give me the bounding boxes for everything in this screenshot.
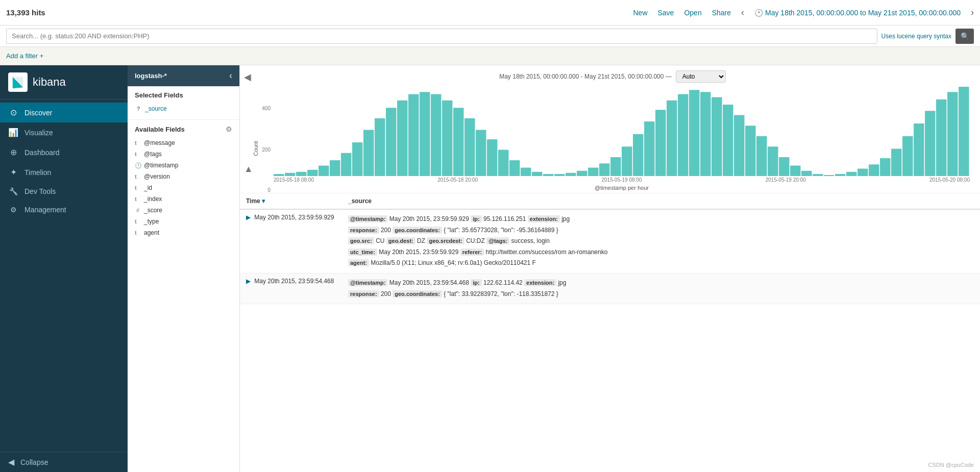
collapse-chart-btn[interactable]: ◀ [244,71,251,83]
field-clock-icon: 🕐 [135,162,141,169]
svg-rect-45 [723,105,733,176]
share-button[interactable]: Share [712,9,731,17]
field-name-type: _type [144,218,159,225]
lucene-hint[interactable]: Uses lucene query syntax [881,33,951,40]
field-id[interactable]: t _id [135,182,232,193]
row-toggle-1[interactable]: ▶ [246,214,251,221]
selected-field-source[interactable]: ? _source [135,103,232,114]
x-label-3: 2015-05-19 08:00 [602,177,642,183]
timelion-icon: ✦ [8,167,18,177]
top-nav-actions: New Save Open Share ‹ 🕐 May 18th 2015, 0… [633,7,974,18]
svg-rect-62 [914,123,924,176]
svg-rect-12 [352,142,363,176]
discover-icon: ⊙ [8,108,18,117]
index-pattern-header: logstash-* ‹ [128,65,239,86]
svg-rect-7 [296,172,307,176]
time-range-display: 🕐 May 18th 2015, 00:00:00.000 to May 21s… [754,9,961,17]
interval-select[interactable]: Auto Millisecond Second Minute Hour Day [676,70,726,83]
available-fields-title: Available Fields [135,126,185,133]
sidebar-item-management[interactable]: ⚙ Management [0,201,128,219]
svg-rect-28 [532,172,543,176]
svg-rect-52 [801,171,812,176]
svg-rect-18 [420,92,430,176]
svg-rect-48 [756,136,767,176]
field-type[interactable]: t _type [135,216,232,227]
svg-rect-57 [857,169,868,176]
sidebar-item-devtools[interactable]: 🔧 Dev Tools [0,182,128,201]
svg-rect-27 [521,168,531,176]
svg-rect-14 [375,118,385,176]
svg-rect-32 [577,171,587,176]
svg-rect-60 [891,148,902,176]
field-name-index: _index [144,195,162,203]
prev-time-button[interactable]: ‹ [741,7,744,18]
next-time-button[interactable]: › [971,7,974,18]
svg-rect-51 [790,165,801,176]
field-t-icon-5: t [135,196,141,202]
sidebar-item-timelion[interactable]: ✦ Timelion [0,162,128,182]
svg-rect-9 [318,165,329,176]
sidebar-item-dashboard[interactable]: ⊕ Dashboard [0,142,128,162]
new-button[interactable]: New [633,9,647,17]
field-index[interactable]: t _index [135,193,232,205]
field-message[interactable]: t @message [135,137,232,148]
search-input[interactable] [6,29,877,44]
clock-icon: 🕐 [754,9,763,17]
source-cell-2: @timestamp: May 20th 2015, 23:59:54.468 … [342,273,980,304]
svg-rect-23 [476,130,486,176]
x-label-1: 2015-05-18 08:00 [274,177,314,183]
open-button[interactable]: Open [684,9,701,17]
svg-rect-26 [509,160,520,176]
collapse-panel-icon[interactable]: ‹ [229,70,232,81]
x-title: @timestamp per hour [274,185,970,191]
row-toggle-2[interactable]: ▶ [246,278,251,285]
field-agent[interactable]: t agent [135,227,232,238]
svg-rect-63 [925,111,936,176]
field-tags[interactable]: t @tags [135,148,232,160]
sidebar-item-discover[interactable]: ⊙ Discover [0,103,128,122]
svg-rect-33 [588,168,599,176]
add-filter-button[interactable]: Add a filter + [6,52,43,60]
fields-gear-icon[interactable]: ⚙ [226,125,232,133]
svg-rect-44 [712,97,722,176]
selected-fields-title: Selected Fields [135,91,232,99]
search-bar: Uses lucene query syntax 🔍 [0,26,980,47]
time-header-label: Time [246,197,260,205]
expand-chart-btn[interactable]: ▲ [244,164,253,175]
save-button[interactable]: Save [658,9,674,17]
field-version[interactable]: t @version [135,171,232,182]
svg-rect-59 [880,158,891,176]
field-timestamp[interactable]: 🕐 @timestamp [135,160,232,171]
content-area: ◀ May 18th 2015, 00:00:00.000 - May 21st… [240,65,980,472]
field-score[interactable]: # _score [135,205,232,216]
svg-rect-40 [667,101,677,176]
x-axis: 2015-05-18 08:00 2015-05-18 20:00 2015-0… [274,176,970,184]
results-table: Time ▾ _source ▶ May 20th 2015, 23:59:59… [240,193,980,304]
discover-label: Discover [24,109,52,117]
source-column-header: _source [342,193,980,209]
x-label-5: 2015-05-20 08:00 [929,177,970,183]
dashboard-label: Dashboard [24,148,60,157]
y-label-0: 0 [267,187,271,193]
time-column-header[interactable]: Time ▾ [240,193,342,209]
devtools-icon: 🔧 [8,187,18,195]
chart-section: ◀ May 18th 2015, 00:00:00.000 - May 21st… [240,65,980,193]
search-button[interactable]: 🔍 [955,29,974,44]
source-cell-1: @timestamp: May 20th 2015, 23:59:59.929 … [342,209,980,273]
results-area: Time ▾ _source ▶ May 20th 2015, 23:59:59… [240,193,980,472]
svg-rect-41 [678,94,689,176]
svg-rect-22 [464,118,475,176]
field-t-icon-1: t [135,140,141,146]
fields-panel: logstash-* ‹ Selected Fields ? _source A… [128,65,240,472]
management-label: Management [24,206,66,214]
svg-rect-11 [341,153,352,176]
svg-rect-39 [655,110,666,176]
top-bar: 13,393 hits New Save Open Share ‹ 🕐 May … [0,0,980,26]
collapse-button[interactable]: ◀ Collapse [0,452,128,472]
kibana-logo-icon [8,72,28,92]
field-name-timestamp: @timestamp [144,162,179,169]
sidebar-item-visualize[interactable]: 📊 Visualize [0,122,128,142]
field-name-message: @message [144,139,175,146]
chart-header: May 18th 2015, 00:00:00.000 - May 21st 2… [255,70,970,83]
time-cell-1: ▶ May 20th 2015, 23:59:59.929 [240,209,342,273]
